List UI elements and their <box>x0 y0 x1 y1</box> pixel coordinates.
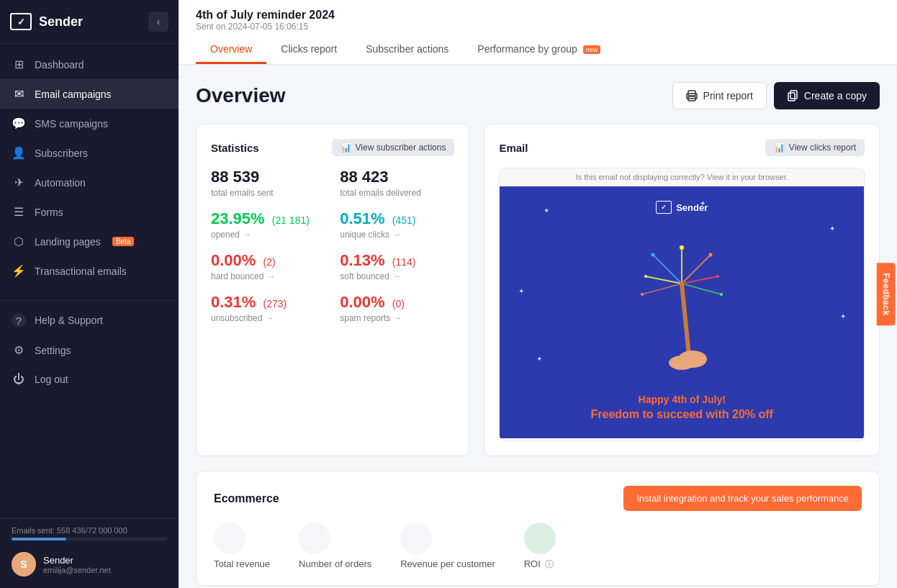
stat-value: 0.00% (0) <box>340 293 454 312</box>
email-card: Email 📊 View clicks report Is this email… <box>484 124 880 456</box>
email-preview-body: ✦ ✦ ✦ ✦ ✦ ✦ ✓ Sender <box>500 186 864 438</box>
create-copy-button[interactable]: Create a copy <box>774 82 880 109</box>
sidebar-item-settings[interactable]: ⚙ Settings <box>0 335 179 365</box>
sidebar-item-label: Transactional emails <box>35 266 127 277</box>
print-report-label: Print report <box>703 90 753 101</box>
campaign-info: 4th of July reminder 2024 Sent on 2024-0… <box>196 0 880 36</box>
sidebar-item-dashboard[interactable]: ⊞ Dashboard <box>0 50 179 79</box>
sidebar-item-log-out[interactable]: ⏻ Log out <box>0 365 179 394</box>
feedback-button[interactable]: Feedback <box>876 263 895 325</box>
stat-soft-bounced: 0.13% (114) soft bounced → <box>340 251 454 281</box>
stat-unique-clicks: 0.51% (451) unique clicks → <box>340 209 454 240</box>
sidebar-logo: Sender <box>10 13 83 30</box>
svg-point-20 <box>716 275 719 278</box>
stat-label: unsubscribed → <box>211 313 325 323</box>
install-integration-button[interactable]: Install integration and track your sales… <box>623 486 862 511</box>
tab-overview[interactable]: Overview <box>196 36 266 64</box>
create-copy-label: Create a copy <box>804 90 867 101</box>
sidebar-item-label: Dashboard <box>35 59 84 71</box>
sidebar-item-help-support[interactable]: ? Help & Support <box>0 305 179 335</box>
stat-value: 0.51% (451) <box>340 209 454 228</box>
ecommerce-stat-label: Total revenue <box>214 558 270 569</box>
sidebar-item-subscribers[interactable]: 👤 Subscribers <box>0 138 179 168</box>
tab-subscriber-actions[interactable]: Subscriber actions <box>351 36 463 64</box>
svg-text:S: S <box>20 558 27 570</box>
sidebar-item-label: Log out <box>35 374 68 385</box>
email-card-header: Email 📊 View clicks report <box>499 139 865 156</box>
svg-point-18 <box>709 253 713 257</box>
ecommerce-stats: Total revenue Number of orders Revenue p… <box>214 523 862 571</box>
ecommerce-stat-roi: ROI ⓘ <box>524 523 556 571</box>
transactional-icon: ⚡ <box>12 264 26 278</box>
svg-line-14 <box>682 284 689 356</box>
sidebar-collapse-button[interactable]: ‹ <box>148 12 168 32</box>
help-icon: ? <box>12 313 26 327</box>
stat-value: 88 423 <box>340 168 454 186</box>
emails-sent-bar <box>12 538 167 540</box>
page-actions: Print report Create a copy <box>672 82 880 109</box>
sparkler-svg <box>610 240 754 370</box>
sidebar-item-forms[interactable]: ☰ Forms <box>0 197 179 227</box>
chart-icon: 📊 <box>341 143 351 153</box>
forms-icon: ☰ <box>12 205 26 219</box>
stat-label: opened → <box>211 230 325 240</box>
chart-icon: 📊 <box>774 143 785 153</box>
sidebar-logo-text: Sender <box>39 14 83 30</box>
emails-sent-label: Emails sent: 558 436/72 000 000 <box>12 526 167 535</box>
ecommerce-stat-label: ROI ⓘ <box>524 558 554 571</box>
sidebar-item-sms-campaigns[interactable]: 💬 SMS campaigns <box>0 109 179 138</box>
holiday-text: Happy 4th of July! <box>591 394 773 405</box>
ecommerce-stat-revenue: Total revenue <box>214 523 270 571</box>
stat-label: soft bounced → <box>340 271 454 281</box>
stat-unsubscribed: 0.31% (273) unsubscribed → <box>211 293 325 323</box>
svg-rect-5 <box>790 91 797 99</box>
sidebar-footer: Emails sent: 558 436/72 000 000 S Sender… <box>0 518 179 588</box>
rpc-circle <box>400 523 432 554</box>
stat-hard-bounced: 0.00% (2) hard bounced → <box>211 251 325 281</box>
email-preview-top-bar: Is this email not displaying correctly? … <box>500 168 864 186</box>
sidebar-item-transactional-emails[interactable]: ⚡ Transactional emails <box>0 256 179 286</box>
svg-point-22 <box>720 293 723 296</box>
emails-sent-bar-fill <box>12 538 66 540</box>
sidebar-item-landing-pages[interactable]: ⬡ Landing pages Beta <box>0 227 179 256</box>
campaign-title: 4th of July reminder 2024 <box>196 9 880 22</box>
sidebar-header: Sender ‹ <box>0 0 179 44</box>
fireworks-visual <box>514 224 849 386</box>
copy-icon <box>787 90 798 101</box>
dashboard-icon: ⊞ <box>12 58 26 71</box>
stat-value: 23.95% (21 181) <box>211 209 325 228</box>
sidebar-item-automation[interactable]: ✈ Automation <box>0 168 179 197</box>
user-profile[interactable]: S Sender emilija@sender.net <box>12 548 167 581</box>
page-header: Overview Print report Create a copy <box>196 82 880 109</box>
settings-icon: ⚙ <box>12 343 26 357</box>
stat-opened: 23.95% (21 181) opened → <box>211 209 325 240</box>
print-icon <box>686 90 698 101</box>
email-icon: ✉ <box>12 87 26 101</box>
user-info: Sender emilija@sender.net <box>43 555 111 574</box>
sidebar: Sender ‹ ⊞ Dashboard ✉ Email campaigns 💬… <box>0 0 179 588</box>
ecommerce-stat-label: Number of orders <box>299 558 371 569</box>
ecommerce-header: Ecommerce Install integration and track … <box>214 486 862 511</box>
user-email: emilija@sender.net <box>43 566 111 574</box>
stats-grid: 88 539 total emails sent 88 423 total em… <box>211 168 454 323</box>
svg-point-23 <box>641 293 644 296</box>
sidebar-item-label: Settings <box>35 345 71 356</box>
tab-performance[interactable]: Performance by group new <box>463 36 615 64</box>
stat-label: unique clicks → <box>340 230 454 240</box>
print-report-button[interactable]: Print report <box>672 82 767 109</box>
cards-row: Statistics 📊 View subscriber actions 88 … <box>196 124 880 456</box>
email-preview: Is this email not displaying correctly? … <box>499 168 865 441</box>
sidebar-item-email-campaigns[interactable]: ✉ Email campaigns <box>0 79 179 109</box>
email-cta: Happy 4th of July! Freedom to succeed wi… <box>591 386 773 424</box>
sidebar-item-label: SMS campaigns <box>35 118 108 130</box>
sidebar-item-label: Landing pages <box>35 236 101 248</box>
campaign-date: Sent on 2024-07-05 16:06:15 <box>196 22 880 32</box>
ecommerce-card: Ecommerce Install integration and track … <box>196 471 880 586</box>
svg-line-12 <box>682 284 721 294</box>
view-clicks-report-button[interactable]: 📊 View clicks report <box>765 139 865 156</box>
tab-clicks-report[interactable]: Clicks report <box>266 36 351 64</box>
view-subscriber-actions-button[interactable]: 📊 View subscriber actions <box>332 139 455 156</box>
stat-value: 88 539 <box>211 168 325 186</box>
statistics-card-header: Statistics 📊 View subscriber actions <box>211 139 454 156</box>
automation-icon: ✈ <box>12 176 26 189</box>
